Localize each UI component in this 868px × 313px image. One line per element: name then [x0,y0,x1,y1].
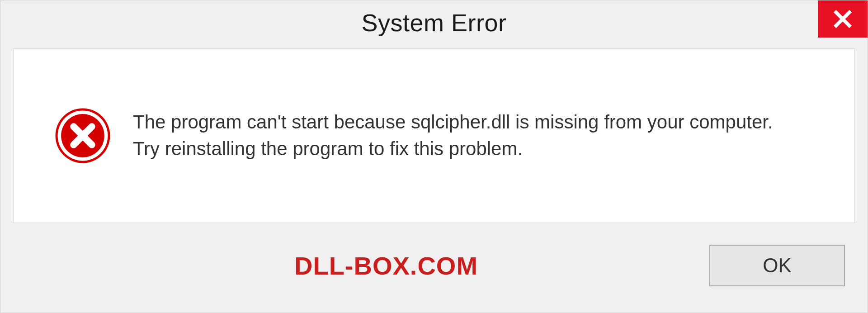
system-error-dialog: System Error The program can't start bec… [0,0,868,313]
error-icon [54,107,111,164]
close-button[interactable] [818,0,868,38]
watermark-text: DLL-BOX.COM [294,251,478,280]
error-message: The program can't start because sqlciphe… [133,109,841,162]
dialog-footer: DLL-BOX.COM OK [0,223,868,286]
close-icon [833,9,853,29]
ok-button[interactable]: OK [709,245,845,286]
dialog-title: System Error [0,0,868,37]
titlebar: System Error [0,0,868,44]
content-panel: The program can't start because sqlciphe… [13,48,855,223]
